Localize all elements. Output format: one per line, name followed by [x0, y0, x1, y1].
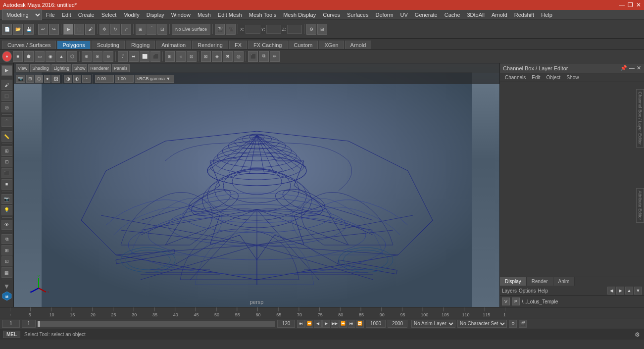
menu-window[interactable]: Window — [168, 11, 194, 18]
paint-tools-btn[interactable]: 🖌 — [1, 80, 12, 90]
range-end-input[interactable] — [277, 320, 295, 328]
textured-btn[interactable]: 🖼 — [51, 75, 60, 83]
y-coord-input[interactable] — [266, 25, 281, 34]
lasso-btn[interactable]: ⬚ — [74, 24, 84, 35]
poly-sphere-btn[interactable]: ● — [2, 51, 12, 62]
minimize-panel-btn[interactable]: — — [629, 65, 635, 71]
close-btn[interactable]: ✕ — [636, 1, 641, 8]
mirror-btn[interactable]: ⬛ — [248, 51, 258, 62]
layer-visible-btn[interactable]: V — [502, 298, 510, 305]
display-tab[interactable]: Display — [500, 277, 527, 286]
pin-btn[interactable]: 📌 — [620, 65, 627, 71]
tab-arnold[interactable]: Arnold — [345, 41, 372, 49]
select-tool-btn[interactable]: ▶ — [63, 24, 73, 35]
smooth-btn[interactable]: ◎ — [234, 51, 244, 62]
poly-torus-btn[interactable]: ◉ — [46, 51, 55, 62]
expand-btn[interactable]: ▼ — [3, 282, 10, 290]
sculpt-btn-l[interactable]: ⬚ — [1, 91, 12, 101]
measure-btn[interactable]: 📏 — [1, 131, 12, 142]
object-menu-ch[interactable]: Object — [544, 74, 564, 81]
vp-shading-menu[interactable]: Shading — [30, 64, 50, 72]
prefs-btn[interactable]: ⚙ — [509, 320, 517, 328]
undo-btn[interactable]: ↩ — [38, 24, 48, 35]
paint-sel-btn[interactable]: 🖌 — [85, 24, 95, 35]
display-mode-4[interactable]: ■ — [1, 179, 12, 190]
move-btn[interactable]: ✥ — [99, 24, 109, 35]
vp-renderer-menu[interactable]: Renderer — [88, 64, 111, 72]
vp-show-menu[interactable]: Show — [72, 64, 88, 72]
channel-side-tab[interactable]: Channel Box / Layer Editor — [636, 89, 644, 148]
menu-uv[interactable]: UV — [397, 11, 411, 18]
menu-3dtoll[interactable]: 3DtoAll — [464, 11, 488, 18]
play-fwd-btn[interactable]: ▶ — [322, 320, 330, 328]
colorspace-btn[interactable]: sRGB gamma ▼ — [135, 75, 174, 83]
tab-curves-surfaces[interactable]: Curves / Surfaces — [2, 41, 56, 49]
maximize-btn[interactable]: ❐ — [628, 1, 633, 8]
save-btn[interactable]: 💾 — [24, 24, 34, 35]
mode-selector[interactable]: Modeling Rigging Animation FX Rendering — [2, 9, 42, 20]
range-start-input[interactable] — [22, 320, 36, 328]
vp-view-menu[interactable]: View — [16, 64, 29, 72]
menu-curves[interactable]: Curves — [320, 11, 343, 18]
layout-2-btn[interactable]: ⊞ — [1, 245, 12, 255]
go-to-start-btn[interactable]: ⏮ — [297, 320, 305, 328]
playback-end-input[interactable] — [388, 320, 407, 328]
poly-plane-btn[interactable]: ▭ — [35, 51, 45, 62]
minimize-btn[interactable]: — — [619, 1, 625, 8]
snap-curve-btn[interactable]: ⌒ — [147, 24, 156, 35]
new-scene-btn[interactable]: 📄 — [2, 24, 12, 35]
layout-4-btn[interactable]: ▦ — [1, 267, 12, 278]
display-mode-3[interactable]: ⬛ — [1, 168, 12, 179]
layer-next-btn[interactable]: ▶ — [616, 287, 624, 295]
snap-point-btn[interactable]: ⊡ — [157, 24, 167, 35]
show-menu-ch[interactable]: Show — [563, 74, 582, 81]
layer-down-btn[interactable]: ▼ — [634, 287, 642, 295]
x-coord-input[interactable] — [246, 25, 260, 34]
menu-create[interactable]: Create — [75, 11, 98, 18]
menu-mesh-display[interactable]: Mesh Display — [280, 11, 319, 18]
edit-menu-ch[interactable]: Edit — [529, 74, 543, 81]
menu-mesh[interactable]: Mesh — [195, 11, 214, 18]
menu-display[interactable]: Display — [144, 11, 167, 18]
z-coord-input[interactable] — [287, 25, 302, 34]
redo-btn[interactable]: ↪ — [49, 24, 59, 35]
merge-btn[interactable]: ⊠ — [201, 51, 211, 62]
combine-btn[interactable]: ⊕ — [82, 51, 92, 62]
tab-fx[interactable]: FX — [229, 41, 247, 49]
render-btn[interactable]: 🎬 — [215, 24, 225, 35]
bridge-btn[interactable]: ⬌ — [129, 51, 139, 62]
next-frame-btn[interactable]: ▶▶ — [331, 320, 339, 328]
layout-btn[interactable]: ⧉ — [1, 234, 12, 245]
shadow-btn[interactable]: ◑ — [64, 75, 72, 83]
menu-edit-mesh[interactable]: Edit Mesh — [215, 11, 245, 18]
extrude-btn[interactable]: ⤴ — [118, 51, 128, 62]
loop-btn[interactable]: 🔁 — [356, 320, 364, 328]
grid-btn[interactable]: ⊞ — [317, 24, 327, 35]
go-to-end-btn[interactable]: ⏭ — [347, 320, 355, 328]
rotate-btn[interactable]: ↻ — [110, 24, 120, 35]
tab-animation[interactable]: Animation — [156, 41, 191, 49]
step-back-btn[interactable]: ⏪ — [305, 320, 313, 328]
ipr-btn[interactable]: 🎥 — [226, 24, 236, 35]
layer-p-btn[interactable]: P — [512, 298, 520, 305]
render-prefs-btn[interactable]: 🎬 — [519, 320, 527, 328]
menu-modify[interactable]: Modify — [120, 11, 142, 18]
scale-btn[interactable]: ⤢ — [121, 24, 131, 35]
vp-lighting-menu[interactable]: Lighting — [51, 64, 71, 72]
render-tab[interactable]: Render — [527, 277, 553, 286]
anti-alias-btn[interactable]: ⋯ — [82, 75, 91, 83]
show-hide-btn[interactable]: 👁 — [1, 220, 12, 230]
layout-3-btn[interactable]: ⊡ — [1, 256, 12, 267]
sculpt-btn[interactable]: ✏ — [270, 51, 280, 62]
camera-btn[interactable]: 📷 — [1, 194, 12, 204]
menu-mesh-tools[interactable]: Mesh Tools — [246, 11, 279, 18]
tab-custom[interactable]: Custom — [289, 41, 318, 49]
poly-cone-btn[interactable]: ▲ — [56, 51, 66, 62]
anim-layer-selector[interactable]: No Anim Layer — [411, 320, 455, 328]
grid-vis-btn[interactable]: ⊞ — [26, 75, 34, 83]
menu-help[interactable]: Help — [538, 11, 555, 18]
options-opt[interactable]: Options — [519, 288, 536, 294]
vp-panels-menu[interactable]: Panels — [112, 64, 130, 72]
gamma-field[interactable]: 1.00 — [115, 75, 134, 83]
char-set-selector[interactable]: No Character Set — [457, 320, 507, 328]
